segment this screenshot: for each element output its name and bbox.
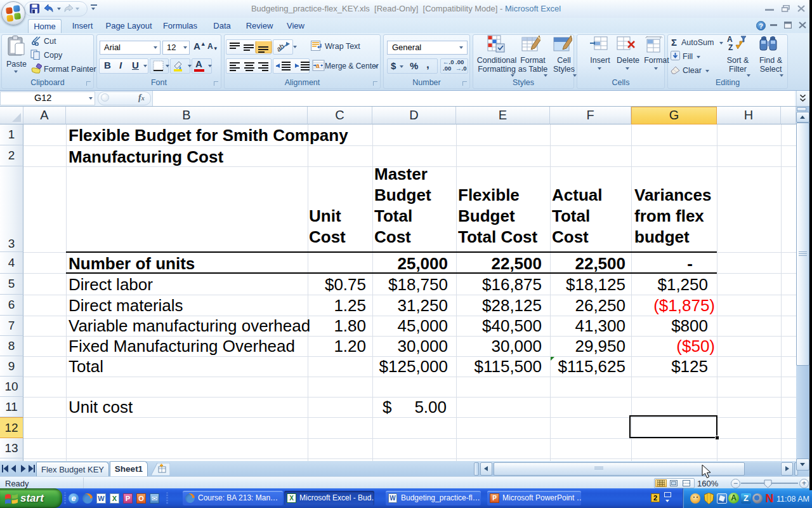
svg-text:Z: Z — [728, 43, 733, 52]
svg-text:ab: ab — [277, 42, 285, 53]
svg-text:A: A — [727, 35, 733, 44]
